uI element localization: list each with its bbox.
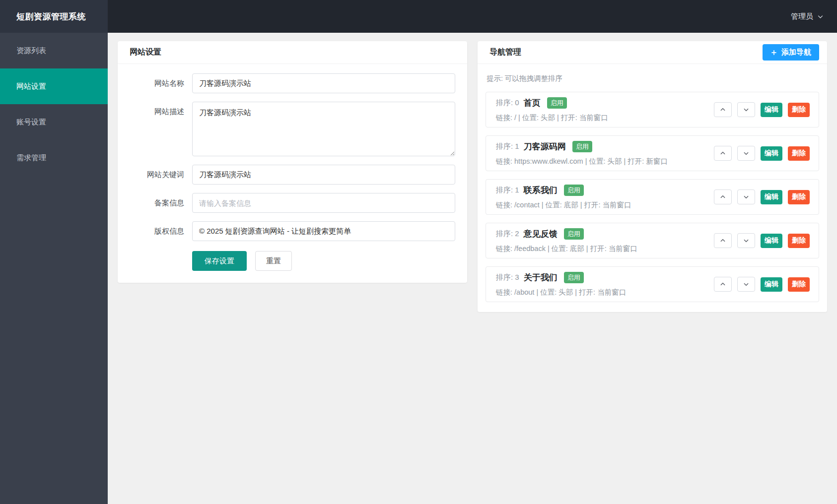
copyright-input[interactable] bbox=[192, 221, 455, 241]
edit-button[interactable]: 编辑 bbox=[761, 146, 782, 161]
nav-item-meta: 链接: /contact | 位置: 底部 | 打开: 当前窗口 bbox=[496, 200, 631, 210]
move-down-button[interactable] bbox=[737, 277, 755, 292]
sidebar-item-label: 资源列表 bbox=[16, 46, 46, 56]
nav-item-actions: 编辑 删除 bbox=[714, 189, 810, 204]
nav-item-actions: 编辑 删除 bbox=[714, 277, 810, 292]
chevron-up-icon bbox=[719, 193, 726, 200]
nav-item-info: 排序: 1 联系我们 启用 链接: /contact | 位置: 底部 | 打开… bbox=[496, 185, 631, 210]
add-nav-button[interactable]: 添加导航 bbox=[763, 44, 819, 61]
nav-item-actions: 编辑 删除 bbox=[714, 146, 810, 161]
move-up-button[interactable] bbox=[714, 102, 732, 117]
save-settings-button[interactable]: 保存设置 bbox=[192, 251, 247, 271]
main-content: 网站设置 网站名称 网站描述 刀客源码演示站 网站关键词 备案信息 bbox=[108, 33, 837, 504]
sidebar-item-demand-management[interactable]: 需求管理 bbox=[0, 140, 108, 176]
nav-manager-body: 提示: 可以拖拽调整排序 排序: 0 首页 启用 链接: / | 位置: 头部 … bbox=[478, 64, 827, 312]
nav-manager-title: 导航管理 bbox=[489, 47, 521, 58]
nav-manager-card: 导航管理 添加导航 提示: 可以拖拽调整排序 排序: 0 首页 启用 链接: bbox=[478, 41, 827, 312]
nav-item-name: 刀客源码网 bbox=[524, 141, 566, 152]
sidebar: 资源列表 网站设置 账号设置 需求管理 bbox=[0, 33, 108, 504]
nav-item-name: 联系我们 bbox=[524, 185, 558, 196]
status-badge: 启用 bbox=[564, 272, 584, 283]
nav-item-sort: 排序: 1 bbox=[496, 186, 519, 195]
chevron-down-icon bbox=[817, 13, 824, 20]
nav-item-meta: 链接: / | 位置: 头部 | 打开: 当前窗口 bbox=[496, 113, 608, 123]
site-keywords-label: 网站关键词 bbox=[130, 165, 184, 185]
nav-item-info: 排序: 3 关于我们 启用 链接: /about | 位置: 头部 | 打开: … bbox=[496, 272, 626, 297]
sidebar-item-label: 网站设置 bbox=[16, 82, 46, 91]
form-row: 备案信息 bbox=[130, 193, 455, 213]
sidebar-item-account-settings[interactable]: 账号设置 bbox=[0, 104, 108, 140]
edit-button[interactable]: 编辑 bbox=[761, 277, 782, 292]
nav-item-about: 排序: 3 关于我们 启用 链接: /about | 位置: 头部 | 打开: … bbox=[486, 266, 819, 302]
move-up-button[interactable] bbox=[714, 189, 732, 204]
delete-button[interactable]: 删除 bbox=[788, 234, 810, 248]
nav-item-feedback: 排序: 2 意见反馈 启用 链接: /feedback | 位置: 底部 | 打… bbox=[486, 223, 819, 258]
move-down-button[interactable] bbox=[737, 189, 755, 204]
reset-button[interactable]: 重置 bbox=[255, 251, 292, 271]
nav-manager-header: 导航管理 添加导航 bbox=[478, 41, 827, 64]
move-down-button[interactable] bbox=[737, 102, 755, 117]
site-description-textarea[interactable]: 刀客源码演示站 bbox=[192, 102, 455, 156]
move-up-button[interactable] bbox=[714, 233, 732, 248]
edit-button[interactable]: 编辑 bbox=[761, 190, 782, 204]
icp-info-label: 备案信息 bbox=[130, 193, 184, 213]
copyright-label: 版权信息 bbox=[130, 221, 184, 241]
site-name-label: 网站名称 bbox=[130, 73, 184, 93]
chevron-down-icon bbox=[743, 150, 750, 157]
nav-item-name: 意见反馈 bbox=[524, 228, 558, 240]
nav-item-sort: 排序: 2 bbox=[496, 229, 519, 239]
delete-button[interactable]: 删除 bbox=[788, 103, 810, 117]
edit-button[interactable]: 编辑 bbox=[761, 234, 782, 248]
sidebar-item-site-settings[interactable]: 网站设置 bbox=[0, 68, 108, 104]
nav-item-actions: 编辑 删除 bbox=[714, 102, 810, 117]
nav-item-actions: 编辑 删除 bbox=[714, 233, 810, 248]
move-up-button[interactable] bbox=[714, 146, 732, 161]
edit-button[interactable]: 编辑 bbox=[761, 103, 782, 117]
delete-button[interactable]: 删除 bbox=[788, 277, 810, 292]
nav-item-info: 排序: 1 刀客源码网 启用 链接: https:www.dkewl.com |… bbox=[496, 141, 668, 166]
form-row: 版权信息 bbox=[130, 221, 455, 241]
form-row: 网站描述 刀客源码演示站 bbox=[130, 102, 455, 156]
app-title: 短剧资源管理系统 bbox=[0, 0, 108, 33]
sidebar-item-label: 需求管理 bbox=[16, 153, 46, 163]
site-settings-header: 网站设置 bbox=[118, 41, 467, 64]
nav-item-meta: 链接: https:www.dkewl.com | 位置: 头部 | 打开: 新… bbox=[496, 157, 668, 166]
status-badge: 启用 bbox=[572, 141, 592, 152]
plus-icon bbox=[770, 49, 777, 56]
nav-item-contact: 排序: 1 联系我们 启用 链接: /contact | 位置: 底部 | 打开… bbox=[486, 179, 819, 215]
move-up-button[interactable] bbox=[714, 277, 732, 292]
status-badge: 启用 bbox=[564, 185, 584, 196]
nav-item-name: 首页 bbox=[524, 97, 541, 109]
chevron-down-icon bbox=[743, 106, 750, 113]
chevron-up-icon bbox=[719, 237, 726, 244]
topbar: 管理员 bbox=[108, 0, 837, 33]
site-name-input[interactable] bbox=[192, 73, 455, 93]
nav-item-sort: 排序: 0 bbox=[496, 98, 519, 108]
site-settings-title: 网站设置 bbox=[130, 47, 161, 58]
chevron-up-icon bbox=[719, 281, 726, 288]
site-settings-form: 网站名称 网站描述 刀客源码演示站 网站关键词 备案信息 版权信息 bbox=[118, 64, 467, 283]
delete-button[interactable]: 删除 bbox=[788, 146, 810, 161]
user-menu[interactable]: 管理员 bbox=[791, 12, 824, 21]
site-settings-card: 网站设置 网站名称 网站描述 刀客源码演示站 网站关键词 备案信息 bbox=[118, 41, 467, 283]
nav-item-info: 排序: 0 首页 启用 链接: / | 位置: 头部 | 打开: 当前窗口 bbox=[496, 97, 608, 123]
form-actions: 保存设置 重置 bbox=[192, 250, 455, 271]
nav-item-sort: 排序: 1 bbox=[496, 142, 519, 151]
user-name: 管理员 bbox=[791, 12, 813, 21]
nav-item-name: 关于我们 bbox=[524, 272, 558, 283]
nav-item-meta: 链接: /feedback | 位置: 底部 | 打开: 当前窗口 bbox=[496, 244, 637, 253]
status-badge: 启用 bbox=[547, 97, 567, 109]
add-nav-label: 添加导航 bbox=[781, 48, 811, 57]
chevron-down-icon bbox=[743, 237, 750, 244]
move-down-button[interactable] bbox=[737, 233, 755, 248]
nav-item-sort: 排序: 3 bbox=[496, 273, 519, 282]
site-keywords-input[interactable] bbox=[192, 165, 455, 185]
delete-button[interactable]: 删除 bbox=[788, 190, 810, 204]
chevron-down-icon bbox=[743, 281, 750, 288]
sidebar-item-resource-list[interactable]: 资源列表 bbox=[0, 33, 108, 68]
move-down-button[interactable] bbox=[737, 146, 755, 161]
form-row: 网站名称 bbox=[130, 73, 455, 93]
icp-info-input[interactable] bbox=[192, 193, 455, 213]
nav-item-dkewl: 排序: 1 刀客源码网 启用 链接: https:www.dkewl.com |… bbox=[486, 135, 819, 171]
chevron-up-icon bbox=[719, 150, 726, 157]
